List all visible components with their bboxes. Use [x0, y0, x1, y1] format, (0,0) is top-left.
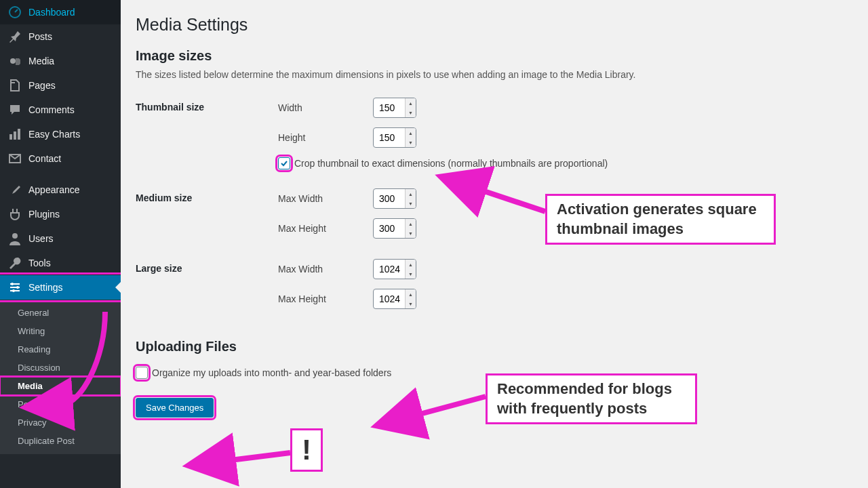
dashboard-icon [8, 5, 22, 19]
page-title: Media Settings [136, 15, 657, 35]
mail-icon [8, 152, 22, 165]
section-image-sizes: Image sizes [136, 48, 657, 64]
large-row-label: Large size [136, 253, 278, 324]
sidebar-label: Comments [28, 104, 75, 115]
sidebar-item-dashboard[interactable]: Dashboard [0, 0, 121, 24]
sidebar-label: Easy Charts [28, 129, 80, 140]
spinner-icon[interactable]: ▲▼ [405, 289, 416, 308]
save-button[interactable]: Save Changes [136, 398, 214, 418]
maxw-label: Max Width [278, 193, 373, 204]
spinner-icon[interactable]: ▲▼ [405, 260, 416, 279]
media-icon [8, 54, 22, 68]
sidebar-label: Settings [28, 282, 63, 293]
crop-checkbox[interactable] [278, 157, 290, 169]
submenu-discussion[interactable]: Discussion [0, 359, 121, 377]
sliders-icon [8, 281, 22, 294]
sidebar-label: Dashboard [28, 7, 75, 18]
maxh-label: Max Height [278, 223, 373, 234]
svg-point-9 [12, 289, 15, 292]
sidebar-item-plugins[interactable]: Plugins [0, 202, 121, 226]
annotation-crop: Activation generates square thumbnail im… [545, 194, 776, 245]
sidebar-item-appearance[interactable]: Appearance [0, 178, 121, 202]
chart-icon [8, 127, 22, 141]
sidebar-item-contact[interactable]: Contact [0, 146, 121, 171]
submenu-duplicatepost[interactable]: Duplicate Post [0, 432, 121, 450]
user-icon [8, 232, 22, 245]
sidebar-item-tools[interactable]: Tools [0, 251, 121, 275]
sidebar-label: Tools [28, 258, 51, 268]
height-label: Height [278, 132, 373, 143]
sidebar-item-comments[interactable]: Comments [0, 98, 121, 122]
spinner-icon[interactable]: ▲▼ [405, 98, 416, 117]
sidebar-label: Pages [28, 80, 56, 91]
spinner-icon[interactable]: ▲▼ [405, 189, 416, 208]
svg-point-8 [16, 286, 19, 289]
section-uploading: Uploading Files [136, 339, 657, 354]
sidebar-item-media[interactable]: Media [0, 49, 121, 73]
width-label: Width [278, 102, 373, 113]
organize-checkbox[interactable] [136, 367, 148, 379]
settings-submenu: General Writing Reading Discussion Media… [0, 300, 121, 454]
organize-label: Organize my uploads into month- and year… [152, 367, 391, 378]
submenu-media[interactable]: Media [0, 377, 121, 395]
sidebar-item-users[interactable]: Users [0, 226, 121, 251]
submenu-general[interactable]: General [0, 304, 121, 322]
svg-point-1 [10, 58, 16, 64]
page-icon [8, 79, 22, 92]
annotation-org: Recommended for blogs with frequently po… [486, 373, 697, 424]
spinner-icon[interactable]: ▲▼ [405, 219, 416, 238]
sidebar-label: Plugins [28, 209, 60, 220]
wrench-icon [8, 256, 22, 270]
submenu-privacy[interactable]: Privacy [0, 413, 121, 432]
admin-sidebar: Dashboard Posts Media Pages Comments Eas… [0, 0, 121, 488]
image-sizes-desc: The sizes listed below determine the max… [136, 69, 657, 80]
svg-rect-3 [14, 131, 16, 140]
thumb-row-label: Thumbnail size [136, 92, 278, 183]
submenu-reading[interactable]: Reading [0, 340, 121, 359]
sidebar-item-posts[interactable]: Posts [0, 24, 121, 49]
maxw-label: Max Width [278, 264, 373, 274]
spinner-icon[interactable]: ▲▼ [405, 128, 416, 147]
svg-point-7 [11, 283, 14, 285]
crop-label: Crop thumbnail to exact dimensions (norm… [294, 158, 608, 169]
sidebar-item-settings[interactable]: Settings [0, 275, 121, 300]
pin-icon [8, 30, 22, 43]
submenu-writing[interactable]: Writing [0, 322, 121, 340]
sidebar-label: Appearance [28, 184, 80, 195]
svg-rect-2 [9, 134, 12, 140]
medium-row-label: Medium size [136, 183, 278, 253]
sidebar-label: Users [28, 233, 54, 244]
sidebar-item-easycharts[interactable]: Easy Charts [0, 122, 121, 146]
svg-point-6 [12, 233, 18, 239]
svg-rect-4 [18, 129, 20, 140]
sidebar-label: Media [28, 56, 54, 66]
brush-icon [8, 183, 22, 197]
sidebar-label: Contact [28, 153, 61, 164]
annotation-bang: ! [290, 428, 323, 472]
sidebar-item-pages[interactable]: Pages [0, 73, 121, 98]
sidebar-label: Posts [28, 31, 52, 42]
comment-icon [8, 103, 22, 117]
plug-icon [8, 207, 22, 221]
maxh-label: Max Height [278, 293, 373, 304]
submenu-permalinks[interactable]: Permalinks [0, 395, 121, 413]
